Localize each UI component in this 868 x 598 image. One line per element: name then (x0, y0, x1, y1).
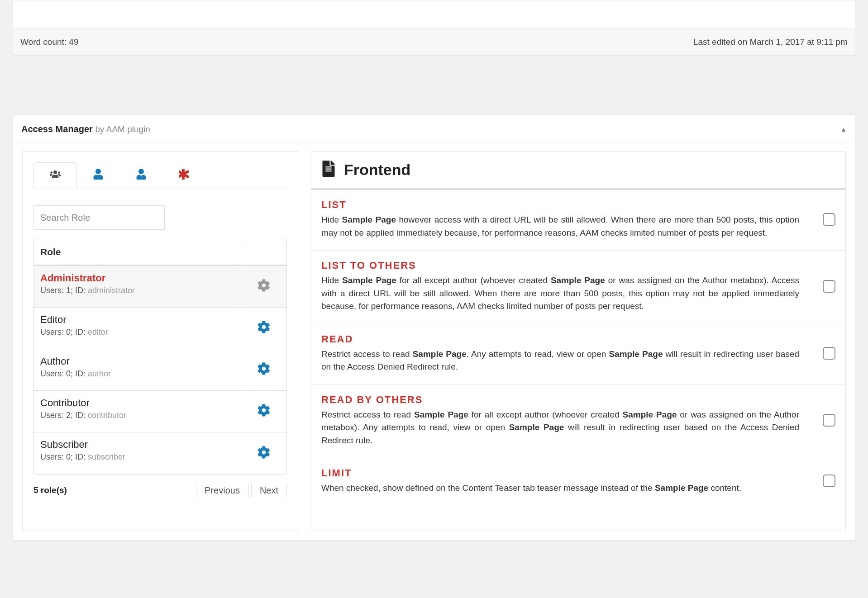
option-description: Hide Sample Page for all except author (… (321, 274, 799, 313)
option-label: READ (321, 333, 799, 345)
role-name: Author (40, 356, 234, 367)
document-icon (321, 161, 336, 179)
gear-icon (258, 362, 270, 377)
last-edited-label: Last edited on March 1, 2017 at 9:11 pm (693, 37, 848, 47)
tab-visitor[interactable] (119, 162, 162, 189)
role-name: Subscriber (40, 439, 234, 451)
roles-next-button[interactable]: Next (251, 484, 287, 497)
role-row-administrator[interactable]: Administrator Users: 1; ID: administrato… (34, 266, 286, 308)
option-checkbox[interactable] (823, 347, 835, 360)
section-title-bar: Frontend (311, 151, 846, 190)
option-checkbox[interactable] (823, 280, 835, 293)
roles-count-label: 5 role(s) (33, 485, 67, 495)
roles-header-label: Role (34, 239, 241, 265)
role-row-editor[interactable]: Editor Users: 0; ID: editor (34, 308, 286, 349)
roles-prev-button[interactable]: Previous (196, 484, 248, 497)
role-name: Contributor (40, 397, 234, 409)
gear-icon (258, 404, 270, 419)
option-checkbox[interactable] (823, 475, 835, 487)
visitor-icon (136, 169, 147, 182)
editor-status-bar: Word count: 49 Last edited on March 1, 2… (13, 29, 855, 56)
option-label: LIST (321, 199, 799, 211)
role-manage-button[interactable] (241, 308, 286, 349)
role-meta: Users: 2; ID: contributor (40, 411, 234, 420)
role-row-contributor[interactable]: Contributor Users: 2; ID: contributor (34, 391, 286, 432)
role-meta: Users: 1; ID: administrator (40, 286, 234, 295)
role-meta: Users: 0; ID: editor (40, 327, 234, 337)
role-row-author[interactable]: Author Users: 0; ID: author (34, 349, 286, 391)
tab-default[interactable] (162, 162, 205, 189)
option-description: Restrict access to read Sample Page. Any… (321, 348, 799, 374)
access-option-list-to-others: LIST TO OTHERS Hide Sample Page for all … (311, 251, 845, 324)
role-manage-button[interactable] (241, 432, 286, 474)
asterisk-icon (179, 169, 190, 182)
metabox-header[interactable]: Access Manager by AAM plugin ▲ (13, 115, 855, 142)
subject-tabs (33, 162, 287, 189)
gear-icon (258, 279, 270, 294)
role-name: Administrator (40, 272, 234, 284)
tab-roles[interactable] (33, 162, 76, 189)
access-option-read: READ Restrict access to read Sample Page… (311, 324, 845, 385)
role-manage-button[interactable] (241, 391, 286, 432)
option-description: Hide Sample Page however access with a d… (321, 214, 799, 239)
roles-table: Role Administrator Users: 1; ID: adminis… (33, 239, 287, 475)
access-option-list: LIST Hide Sample Page however access wit… (311, 190, 845, 251)
users-group-icon (50, 169, 61, 182)
editor-content-area[interactable] (13, 0, 855, 29)
metabox-title: Access Manager (21, 124, 93, 134)
role-name: Editor (40, 314, 234, 326)
option-label: READ BY OTHERS (321, 394, 799, 406)
tab-users[interactable] (76, 162, 119, 189)
option-checkbox[interactable] (823, 414, 835, 427)
role-manage-button[interactable] (241, 349, 286, 390)
subject-panel: Role Administrator Users: 1; ID: adminis… (22, 151, 298, 531)
role-meta: Users: 0; ID: author (40, 369, 234, 379)
gear-icon (258, 321, 270, 336)
word-count-label: Word count: 49 (20, 37, 79, 47)
search-role-input[interactable] (33, 205, 165, 230)
section-heading: Frontend (344, 161, 410, 179)
roles-header-actions (241, 239, 286, 265)
role-meta: Users: 0; ID: subscriber (40, 452, 234, 462)
option-label: LIST TO OTHERS (321, 260, 799, 271)
option-checkbox[interactable] (823, 213, 835, 226)
role-row-subscriber[interactable]: Subscriber Users: 0; ID: subscriber (34, 432, 286, 474)
access-manager-metabox: Access Manager by AAM plugin ▲ (13, 114, 855, 541)
user-icon (93, 169, 104, 182)
gear-icon (258, 446, 270, 461)
metabox-subtitle: by AAM plugin (95, 124, 150, 134)
access-option-read-by-others: READ BY OTHERS Restrict access to read S… (311, 385, 845, 459)
option-label: LIMIT (321, 467, 799, 479)
access-options-panel: Frontend LIST Hide Sample Page however a… (311, 151, 846, 531)
option-description: When checked, show defined on the Conten… (321, 482, 799, 495)
access-option-limit: LIMIT When checked, show defined on the … (311, 458, 845, 506)
role-manage-button[interactable] (241, 266, 286, 307)
option-description: Restrict access to read Sample Page for … (321, 408, 799, 447)
collapse-icon[interactable]: ▲ (840, 126, 847, 133)
